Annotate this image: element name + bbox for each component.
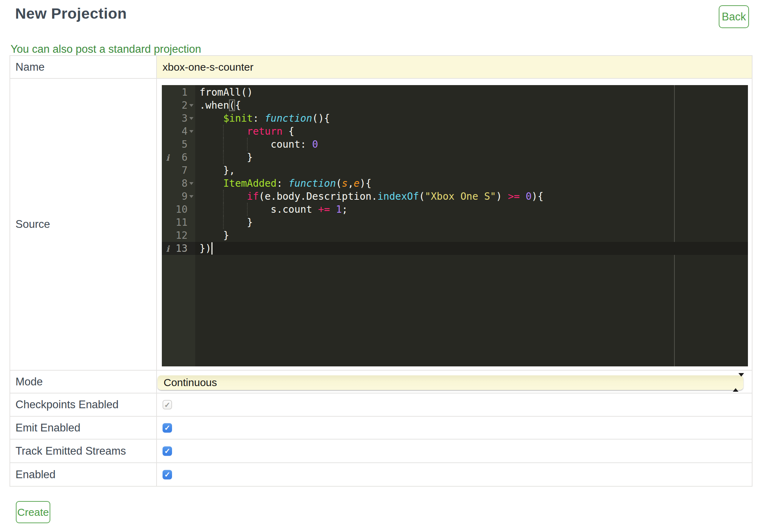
code-token: fromAll() — [199, 86, 253, 98]
code-token: $init — [223, 113, 253, 124]
code-token: indexOf — [377, 191, 419, 202]
checkbox-row-label: Enabled — [10, 463, 157, 486]
checkbox-value-cell: ✓ — [157, 417, 752, 439]
code-token: (e.body.Description. — [259, 191, 377, 202]
name-input[interactable] — [157, 56, 752, 78]
code-token: >= — [508, 191, 520, 202]
indent-guide — [223, 125, 224, 138]
code-token: , — [348, 178, 354, 189]
checkbox-track-emitted-streams[interactable]: ✓ — [163, 446, 172, 456]
table-row-track-emitted-streams: Track Emitted Streams✓ — [10, 440, 752, 463]
mode-label: Mode — [10, 371, 157, 393]
table-row-enabled: Enabled✓ — [10, 463, 752, 486]
select-arrows-icon — [733, 377, 738, 389]
code-token: 1 — [336, 204, 342, 215]
code-token: ( — [229, 100, 235, 111]
code-token: += — [318, 204, 330, 215]
mode-select-value: Continuous — [158, 377, 217, 389]
code-line: return { — [162, 125, 748, 138]
code-line: }) — [162, 242, 748, 255]
indent-guide — [223, 138, 224, 151]
text-cursor — [211, 242, 212, 255]
code-token: } — [199, 152, 253, 163]
code-line: ItemAdded: function(s,e){ — [162, 177, 748, 190]
code-line: $init: function(){ — [162, 112, 748, 125]
standard-projection-link[interactable]: You can also post a standard projection — [11, 43, 201, 56]
checkbox-enabled[interactable]: ✓ — [163, 470, 172, 479]
code-token: if — [247, 191, 259, 202]
source-code-editor[interactable]: 12345i6789101112i13 fromAll().when({ $in… — [162, 85, 748, 366]
mode-select[interactable]: Continuous — [158, 375, 743, 390]
code-token: 0 — [312, 139, 318, 150]
code-token: "Xbox One S" — [425, 191, 496, 202]
code-token: { — [235, 100, 241, 111]
indent-guide — [223, 216, 224, 229]
checkbox-row-label: Checkpoints Enabled — [10, 393, 157, 416]
disabled-checkbox-checkpoints-enabled: ✓ — [163, 400, 172, 410]
code-line: .when({ — [162, 99, 748, 112]
code-token: return — [247, 126, 282, 137]
checkbox-value-cell: ✓ — [157, 463, 752, 486]
source-label: Source — [10, 79, 157, 370]
code-token: function — [288, 178, 336, 189]
code-token — [199, 113, 223, 124]
code-line: if(e.body.Description.indexOf("Xbox One … — [162, 190, 748, 203]
code-line: fromAll() — [162, 86, 748, 99]
indent-guide — [223, 203, 224, 216]
code-token: e — [354, 178, 360, 189]
code-token: } — [199, 217, 253, 228]
code-token: s — [342, 178, 348, 189]
table-row-source: Source 12345i6789101112i13 fromAll().whe… — [10, 79, 752, 371]
code-token: (){ — [312, 113, 330, 124]
checkbox-value-cell: ✓ — [157, 393, 752, 416]
source-value-cell: 12345i6789101112i13 fromAll().when({ $in… — [157, 79, 752, 370]
checkbox-row-label: Track Emitted Streams — [10, 440, 157, 462]
code-token: }, — [199, 165, 235, 176]
table-row-checkpoints-enabled: Checkpoints Enabled✓ — [10, 393, 752, 417]
indent-guide — [247, 138, 248, 151]
code-line: } — [162, 151, 748, 164]
code-token: 0 — [526, 191, 532, 202]
code-token: ( — [336, 178, 342, 189]
code-token: ; — [342, 204, 348, 215]
name-value-cell — [157, 56, 752, 78]
table-row-mode: Mode Continuous — [10, 371, 752, 393]
create-button-label: Create — [17, 506, 49, 518]
table-row-name: Name — [10, 56, 752, 79]
code-token — [520, 191, 526, 202]
code-token: : — [277, 178, 288, 189]
code-token: count: — [199, 139, 312, 150]
mode-value-cell: Continuous — [157, 371, 752, 393]
table-row-emit-enabled: Emit Enabled✓ — [10, 417, 752, 440]
code-token — [199, 178, 223, 189]
indent-guide — [247, 203, 248, 216]
checkbox-emit-enabled[interactable]: ✓ — [163, 423, 172, 432]
checkbox-value-cell: ✓ — [157, 440, 752, 462]
name-label: Name — [10, 56, 157, 78]
checkbox-row-label: Emit Enabled — [10, 417, 157, 439]
back-button-label: Back — [722, 11, 746, 23]
create-button[interactable]: Create — [16, 501, 50, 523]
code-line: }, — [162, 164, 748, 177]
code-token: function — [265, 113, 312, 124]
code-token: : — [253, 113, 265, 124]
code-token: s.count — [199, 204, 318, 215]
code-token: ItemAdded — [223, 178, 277, 189]
code-line: } — [162, 229, 748, 242]
code-token: ) — [496, 191, 508, 202]
page-title: New Projection — [15, 5, 127, 22]
projection-form-table: Name Source 12345i6789101112i13 fromAll(… — [9, 55, 753, 487]
code-token: ){ — [360, 178, 372, 189]
code-line: s.count += 1; — [162, 203, 748, 216]
code-token: .when — [199, 100, 229, 111]
code-token: }) — [199, 243, 211, 254]
code-line: } — [162, 216, 748, 229]
back-button[interactable]: Back — [719, 5, 749, 28]
code-token — [330, 204, 336, 215]
indent-guide — [223, 190, 224, 203]
code-line: count: 0 — [162, 138, 748, 151]
code-token: ){ — [532, 191, 544, 202]
checkbox-rows: Checkpoints Enabled✓Emit Enabled✓Track E… — [10, 393, 752, 486]
code-token: ( — [419, 191, 425, 202]
indent-guide — [223, 151, 224, 164]
